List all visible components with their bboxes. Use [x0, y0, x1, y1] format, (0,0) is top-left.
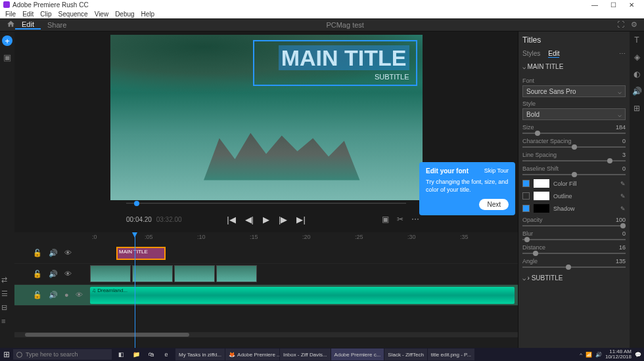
mute-icon[interactable]: 🔊 — [49, 270, 58, 278]
blur-slider[interactable] — [522, 239, 626, 240]
menu-debug[interactable]: Debug — [112, 11, 137, 18]
size-slider[interactable] — [522, 133, 626, 134]
video-track[interactable]: 🔓 🔊 👁 — [14, 264, 518, 285]
more-icon[interactable]: ⋯ — [411, 215, 419, 224]
menu-view[interactable]: View — [91, 11, 112, 18]
horizontal-scrollbar[interactable] — [14, 332, 518, 337]
video-clip[interactable] — [216, 265, 257, 282]
taskbar-app[interactable]: 🦊Adobe Premiere ... — [225, 349, 279, 360]
go-end-button[interactable]: ▶| — [296, 215, 305, 224]
visibility-icon[interactable]: 👁 — [76, 291, 83, 299]
taskbar-search[interactable]: Type here to search — [13, 349, 112, 360]
menu-file[interactable]: File — [2, 11, 19, 18]
lock-icon[interactable]: 🔓 — [33, 270, 42, 278]
eyedropper-icon[interactable]: ✎ — [620, 193, 626, 200]
mute-icon[interactable]: 🔊 — [49, 249, 58, 257]
visibility-icon[interactable]: 👁 — [64, 249, 72, 257]
tab-share[interactable]: Share — [41, 21, 73, 29]
menu-edit[interactable]: Edit — [19, 11, 37, 18]
minimize-button[interactable]: — — [586, 1, 604, 9]
project-panel-icon[interactable]: ▣ — [3, 53, 11, 62]
home-icon[interactable] — [7, 20, 15, 30]
visibility-icon[interactable]: 👁 — [64, 270, 72, 278]
task-view-icon[interactable]: ◧ — [114, 351, 127, 358]
menu-sequence[interactable]: Sequence — [55, 11, 91, 18]
lock-icon[interactable]: 🔓 — [33, 249, 42, 257]
title-overlay[interactable]: MAIN TITLE SUBTITLE — [253, 40, 417, 86]
lock-icon[interactable]: 🔓 — [33, 291, 42, 299]
skip-tour-button[interactable]: Skip Tour — [484, 167, 509, 175]
tray-volume-icon[interactable]: 🔊 — [595, 352, 602, 358]
loop-icon[interactable]: ▣ — [382, 215, 389, 224]
shuffle-icon[interactable]: ⇄ — [1, 276, 8, 284]
taskbar-app[interactable]: My Tasks in ziffd... — [175, 349, 225, 360]
tour-next-button[interactable]: Next — [479, 199, 509, 210]
scrollbar-thumb[interactable] — [25, 333, 189, 337]
play-button[interactable]: ▶ — [263, 215, 269, 224]
fullscreen-icon[interactable]: ⛶ — [617, 20, 624, 29]
expand-icon[interactable]: ⊟ — [1, 303, 8, 312]
mute-icon[interactable]: 🔊 — [49, 291, 58, 299]
opacity-slider[interactable] — [522, 225, 626, 226]
color-panel-icon[interactable]: ◐ — [633, 70, 640, 79]
tray-up-icon[interactable]: ^ — [580, 352, 582, 358]
start-button[interactable]: ⊞ — [0, 350, 13, 359]
video-clip[interactable] — [132, 265, 173, 282]
tracks-icon[interactable]: ☰ — [1, 289, 8, 298]
maximize-button[interactable]: ☐ — [604, 1, 622, 9]
title-track[interactable]: 🔓 🔊 👁 MAIN TITLE — [14, 243, 518, 264]
time-ruler[interactable]: :0 :05 :10 :15 :20 :25 :30 :35 — [14, 232, 518, 243]
tab-edit-title[interactable]: Edit — [548, 50, 559, 58]
taskbar-app[interactable]: title edit.png - P... — [428, 349, 474, 360]
char-spacing-slider[interactable] — [522, 146, 626, 148]
scrubber-handle[interactable] — [134, 201, 139, 206]
audio-panel-icon[interactable]: 🔊 — [632, 87, 642, 96]
timeline[interactable]: :0 :05 :10 :15 :20 :25 :30 :35 🔓 🔊 👁 MAI… — [14, 232, 518, 348]
taskbar-clock[interactable]: 11:48 AM 10/12/2018 — [605, 349, 632, 360]
outline-checkbox[interactable] — [522, 192, 530, 200]
explorer-icon[interactable]: 📁 — [129, 351, 143, 358]
section-subtitle[interactable]: › SUBTITLE — [522, 274, 626, 282]
baseline-slider[interactable] — [522, 174, 626, 175]
eyedropper-icon[interactable]: ✎ — [620, 180, 626, 187]
notifications-icon[interactable]: 💬 — [635, 352, 641, 358]
section-main-title[interactable]: MAIN TITLE — [522, 63, 626, 70]
settings-icon[interactable]: ⚙ — [631, 20, 637, 29]
titles-panel-icon[interactable]: T — [634, 35, 639, 45]
audio-clip[interactable]: ♫ Dreamland... — [90, 287, 515, 304]
main-title-text[interactable]: MAIN TITLE — [279, 45, 409, 70]
split-icon[interactable]: ✂ — [397, 215, 403, 224]
subtitle-text[interactable]: SUBTITLE — [261, 73, 409, 81]
menu-help[interactable]: Help — [138, 11, 158, 18]
video-preview[interactable]: MAIN TITLE SUBTITLE — [110, 35, 423, 200]
close-button[interactable]: ✕ — [622, 1, 641, 9]
playhead[interactable] — [135, 232, 135, 348]
audio-track[interactable]: 🔓 🔊 ● 👁 ♫ Dreamland... — [14, 285, 518, 306]
tray-network-icon[interactable]: 📶 — [586, 352, 592, 358]
angle-slider[interactable] — [522, 266, 626, 268]
list-icon[interactable]: ≡ — [1, 317, 8, 325]
step-back-button[interactable]: ◀| — [245, 215, 254, 224]
taskbar-app[interactable]: Adobe Premiere c... — [331, 349, 384, 360]
tab-styles[interactable]: Styles — [522, 50, 540, 58]
video-clip[interactable] — [90, 265, 131, 282]
colorfill-checkbox[interactable] — [522, 180, 530, 187]
edge-icon[interactable]: e — [160, 351, 173, 358]
style-select[interactable]: Bold — [522, 108, 626, 120]
eyedropper-icon[interactable]: ✎ — [620, 205, 626, 212]
transform-panel-icon[interactable]: ⊞ — [633, 104, 640, 113]
font-select[interactable]: Source Sans Pro — [522, 85, 626, 97]
shadow-checkbox[interactable] — [522, 205, 530, 212]
record-icon[interactable]: ● — [64, 291, 69, 299]
video-clip[interactable] — [174, 265, 215, 282]
scrubber-track[interactable] — [126, 203, 406, 204]
tab-edit[interactable]: Edit — [15, 20, 41, 30]
menu-clip[interactable]: Clip — [37, 11, 55, 18]
title-clip[interactable]: MAIN TITLE — [116, 247, 166, 260]
distance-slider[interactable] — [522, 253, 626, 254]
panel-more-icon[interactable]: ⋯ — [619, 50, 626, 58]
add-media-button[interactable]: + — [2, 35, 12, 46]
step-forward-button[interactable]: |▶ — [279, 215, 287, 224]
taskbar-app[interactable]: Inbox - Ziff Davis... — [280, 349, 331, 360]
transitions-panel-icon[interactable]: ◈ — [634, 53, 640, 62]
